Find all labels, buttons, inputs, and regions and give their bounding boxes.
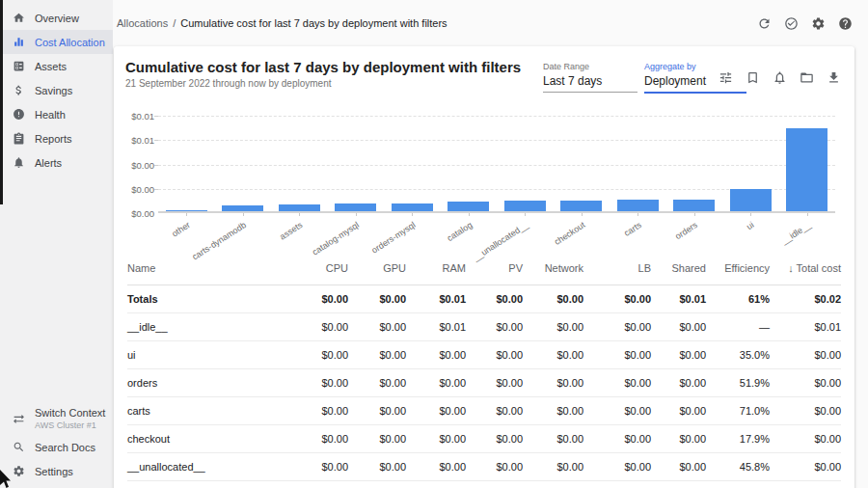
column-header-total-cost[interactable]: ↓ Total cost — [770, 255, 841, 285]
bookmark-button[interactable] — [745, 69, 760, 85]
column-header-name[interactable]: Name — [127, 255, 288, 285]
value-cell: $0.00 — [583, 481, 651, 488]
sidebar-item-reports[interactable]: Reports — [0, 126, 113, 150]
date-range-select[interactable]: Date Range Last 7 days — [543, 62, 637, 93]
download-button[interactable] — [826, 69, 841, 85]
sidebar-item-label: Search Docs — [35, 442, 95, 453]
value-cell: 45.8% — [706, 453, 770, 481]
sidebar-item-assets[interactable]: Assets — [0, 54, 113, 78]
sidebar-nav: OverviewCost AllocationAssetsSavingsHeal… — [0, 6, 113, 175]
gear-button[interactable] — [810, 15, 826, 31]
sidebar-item-alerts[interactable]: Alerts — [0, 150, 113, 175]
sidebar-item-search-docs[interactable]: Search Docs — [0, 435, 113, 459]
table-row-totals[interactable]: Totals$0.00$0.00$0.01$0.00$0.00$0.00$0.0… — [127, 285, 841, 313]
date-range-value[interactable]: Last 7 days — [543, 74, 637, 93]
gear-icon — [811, 16, 826, 31]
x-tick: carts — [610, 213, 666, 242]
value-cell: $0.00 — [583, 425, 651, 453]
value-cell: $0.00 — [466, 425, 523, 453]
assets-icon — [13, 60, 25, 72]
gear-icon — [13, 465, 25, 477]
chart-plot — [158, 116, 835, 213]
sidebar-item-overview[interactable]: Overview — [0, 6, 113, 30]
column-header-gpu[interactable]: GPU — [348, 255, 406, 285]
sidebar-item-switch-context[interactable]: Switch ContextAWS Cluster #1 — [0, 402, 113, 435]
value-cell: $0.00 — [651, 481, 706, 488]
sidebar-item-health[interactable]: Health — [0, 102, 113, 126]
sidebar-item-label: Health — [35, 109, 66, 121]
table-row-checkout[interactable]: checkout$0.00$0.00$0.00$0.00$0.00$0.00$0… — [127, 425, 841, 453]
value-cell: $0.00 — [770, 453, 841, 481]
bar-carts-dynamodb[interactable] — [222, 205, 263, 211]
value-cell: $0.00 — [288, 397, 348, 425]
home-icon — [13, 12, 25, 24]
column-header-ram[interactable]: RAM — [406, 255, 466, 285]
value-cell: $0.00 — [770, 481, 841, 488]
column-header-lb[interactable]: LB — [583, 255, 651, 285]
bar-slot — [215, 116, 272, 211]
bar-__unallocated__[interactable] — [504, 201, 546, 211]
breadcrumb-current: Cumulative cost for last 7 days by deplo… — [180, 17, 447, 29]
sidebar-item-savings[interactable]: Savings — [0, 78, 113, 102]
value-cell: $0.00 — [523, 481, 583, 488]
column-header-cpu[interactable]: CPU — [288, 255, 348, 285]
search-icon — [13, 441, 25, 453]
sidebar: OverviewCost AllocationAssetsSavingsHeal… — [0, 0, 113, 488]
bar-orders[interactable] — [673, 200, 715, 211]
bar-orders-mysql[interactable] — [392, 203, 433, 211]
breadcrumb-parent-link[interactable]: Allocations — [117, 17, 168, 29]
value-cell: $0.00 — [583, 341, 651, 369]
value-cell: $0.00 — [651, 369, 706, 397]
allocations-table: NameCPUGPURAMPVNetworkLBSharedEfficiency… — [127, 255, 841, 488]
value-cell: 51.9% — [706, 369, 770, 397]
table-row-orders[interactable]: orders$0.00$0.00$0.00$0.00$0.00$0.00$0.0… — [127, 369, 841, 397]
cost-bar-chart: $0.01$0.01$0.00$0.00$0.00 othercarts-dyn… — [125, 116, 835, 242]
bar-checkout[interactable] — [560, 201, 602, 211]
column-header-pv[interactable]: PV — [466, 255, 523, 285]
value-cell: $0.00 — [406, 481, 466, 488]
x-tick-label: assets — [278, 220, 304, 242]
value-cell: $0.00 — [523, 313, 583, 341]
row-name-cell: ui — [127, 341, 288, 369]
folder-button[interactable] — [799, 69, 814, 85]
table-row-__unallocated__[interactable]: __unallocated__$0.00$0.00$0.00$0.00$0.00… — [127, 453, 841, 481]
bar-catalog[interactable] — [448, 202, 489, 211]
help-button[interactable] — [837, 15, 853, 31]
sidebar-item-cost-allocation[interactable]: Cost Allocation — [0, 30, 113, 54]
refresh-button[interactable] — [756, 15, 772, 31]
chart-x-axis: othercarts-dynamodbassetscatalog-mysqlor… — [158, 213, 835, 242]
value-cell: $0.00 — [466, 313, 523, 341]
bar-__idle__[interactable] — [786, 128, 827, 211]
bell-button[interactable] — [772, 69, 787, 85]
table-row-__idle__[interactable]: __idle__$0.00$0.00$0.01$0.00$0.00$0.00$0… — [127, 313, 841, 341]
bar-other[interactable] — [166, 210, 207, 211]
x-tick: other — [158, 213, 215, 242]
value-cell: $0.01 — [770, 313, 841, 341]
tune-button[interactable] — [718, 69, 733, 85]
sidebar-item-label: Reports — [35, 133, 72, 145]
x-tick: __idle__ — [779, 213, 836, 242]
table-row-catalog[interactable]: catalog$0.00$0.00$0.00$0.00$0.00$0.00$0.… — [127, 481, 841, 488]
y-tick-label: $0.00 — [131, 184, 154, 195]
report-card: Cumulative cost for last 7 days by deplo… — [114, 46, 854, 488]
x-tick-label: checkout — [553, 220, 587, 247]
bar-chart-icon — [13, 36, 25, 48]
sidebar-item-settings[interactable]: Settings — [0, 459, 113, 483]
value-cell: $0.00 — [523, 397, 583, 425]
column-header-efficiency[interactable]: Efficiency — [706, 255, 770, 285]
column-header-shared[interactable]: Shared — [651, 255, 706, 285]
value-cell: $0.00 — [651, 425, 706, 453]
bar-catalog-mysql[interactable] — [335, 203, 376, 211]
value-cell: $0.00 — [583, 397, 651, 425]
value-cell: $0.02 — [770, 285, 841, 313]
column-header-network[interactable]: Network — [523, 255, 583, 285]
check-circle-button[interactable] — [783, 15, 799, 31]
bar-ui[interactable] — [730, 189, 772, 211]
table-row-ui[interactable]: ui$0.00$0.00$0.00$0.00$0.00$0.00$0.0035.… — [127, 341, 841, 369]
table-row-carts[interactable]: carts$0.00$0.00$0.00$0.00$0.00$0.00$0.00… — [127, 397, 841, 425]
bar-assets[interactable] — [279, 204, 320, 211]
row-name-cell: __idle__ — [127, 313, 288, 341]
value-cell: $0.00 — [466, 369, 523, 397]
bar-carts[interactable] — [617, 200, 659, 211]
value-cell: $0.00 — [348, 425, 406, 453]
